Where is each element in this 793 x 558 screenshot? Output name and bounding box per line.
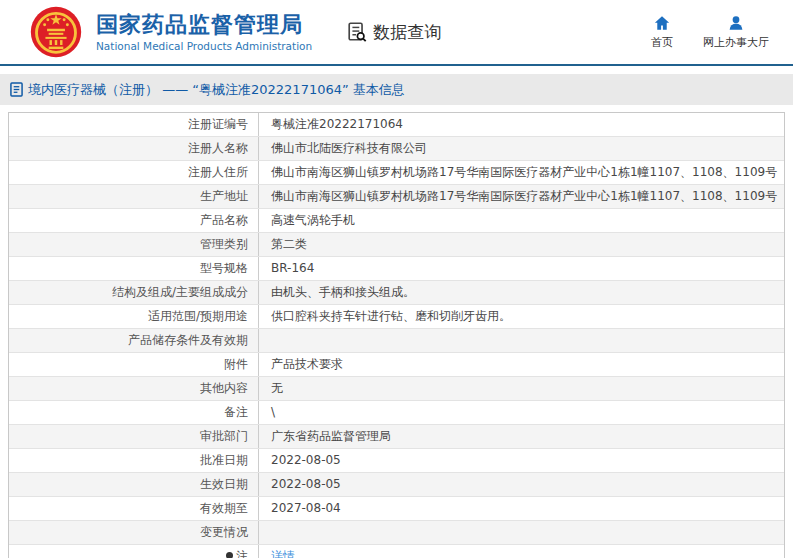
org-name-en: National Medical Products Administration (96, 40, 312, 52)
row-label: 结构及组成/主要组成成分 (9, 281, 259, 304)
info-table: 注册证编号粤械注准20222171064注册人名称佛山市北陆医疗科技有限公司注册… (8, 112, 785, 558)
row-value: 2022-08-05 (259, 449, 784, 472)
breadcrumb: 境内医疗器械（注册） —— “粤械注准20222171064” 基本信息 (0, 74, 793, 105)
row-value: 产品技术要求 (259, 353, 784, 376)
row-label: 有效期至 (9, 497, 259, 520)
row-label: 备注 (9, 401, 259, 424)
breadcrumb-text: 境内医疗器械（注册） —— “粤械注准20222171064” 基本信息 (28, 81, 405, 99)
table-row: 结构及组成/主要组成成分由机头、手柄和接头组成。 (9, 280, 784, 304)
row-value: 供口腔科夹持车针进行钻、磨和切削牙齿用。 (259, 305, 784, 328)
table-row: 审批部门广东省药品监督管理局 (9, 424, 784, 448)
row-label: 产品名称 (9, 209, 259, 232)
row-value: 由机头、手柄和接头组成。 (259, 281, 784, 304)
row-value: 详情 (259, 545, 784, 558)
row-value: 佛山市南海区狮山镇罗村机场路17号华南国际医疗器材产业中心1栋1幢1107、11… (259, 161, 784, 184)
row-value (259, 329, 784, 352)
row-label: 型号规格 (9, 257, 259, 280)
nav-item-service-hall[interactable]: 网上办事大厅 (703, 14, 769, 50)
row-value: 2022-08-05 (259, 473, 784, 496)
row-value (259, 521, 784, 544)
table-row: 注详情 (9, 544, 784, 558)
person-icon (727, 14, 745, 32)
brand-text: 国家药品监督管理局 National Medical Products Admi… (96, 12, 312, 51)
table-row: 有效期至2027-08-04 (9, 496, 784, 520)
row-value: BR-164 (259, 257, 784, 280)
data-query-button[interactable]: 数据查询 (346, 21, 441, 44)
row-value: 粤械注准20222171064 (259, 113, 784, 136)
table-row: 注册证编号粤械注准20222171064 (9, 113, 784, 136)
row-value: \ (259, 401, 784, 424)
row-value: 佛山市北陆医疗科技有限公司 (259, 137, 784, 160)
org-name: 国家药品监督管理局 (96, 12, 312, 37)
row-value: 广东省药品监督管理局 (259, 425, 784, 448)
row-label: 产品储存条件及有效期 (9, 329, 259, 352)
table-row: 附件产品技术要求 (9, 352, 784, 376)
row-label: 其他内容 (9, 377, 259, 400)
table-row: 生效日期2022-08-05 (9, 472, 784, 496)
row-value: 无 (259, 377, 784, 400)
row-label: 附件 (9, 353, 259, 376)
table-row: 产品储存条件及有效期 (9, 328, 784, 352)
header-nav: 首页 网上办事大厅 (651, 14, 769, 50)
table-row: 产品名称高速气涡轮手机 (9, 208, 784, 232)
bulb-icon (226, 552, 233, 558)
row-value: 2027-08-04 (259, 497, 784, 520)
row-label: 生效日期 (9, 473, 259, 496)
row-label: 管理类别 (9, 233, 259, 256)
row-label: 批准日期 (9, 449, 259, 472)
table-row: 生产地址佛山市南海区狮山镇罗村机场路17号华南国际医疗器材产业中心1栋1幢110… (9, 184, 784, 208)
row-label: 适用范围/预期用途 (9, 305, 259, 328)
row-label: 注册人住所 (9, 161, 259, 184)
brand: 国家药品监督管理局 National Medical Products Admi… (30, 6, 312, 58)
row-label: 注册人名称 (9, 137, 259, 160)
row-value: 佛山市南海区狮山镇罗村机场路17号华南国际医疗器材产业中心1栋1幢1107、11… (259, 185, 784, 208)
header: 国家药品监督管理局 National Medical Products Admi… (0, 0, 793, 66)
nav-label: 首页 (651, 35, 673, 50)
details-link[interactable]: 详情 (271, 549, 295, 558)
table-row: 型号规格BR-164 (9, 256, 784, 280)
nav-item-home[interactable]: 首页 (651, 14, 673, 50)
row-value: 高速气涡轮手机 (259, 209, 784, 232)
table-row: 管理类别第二类 (9, 232, 784, 256)
row-value: 第二类 (259, 233, 784, 256)
table-row: 其他内容无 (9, 376, 784, 400)
table-row: 适用范围/预期用途供口腔科夹持车针进行钻、磨和切削牙齿用。 (9, 304, 784, 328)
table-row: 备注\ (9, 400, 784, 424)
row-label: 注册证编号 (9, 113, 259, 136)
row-label: 变更情况 (9, 521, 259, 544)
table-row: 变更情况 (9, 520, 784, 544)
table-row: 注册人住所佛山市南海区狮山镇罗村机场路17号华南国际医疗器材产业中心1栋1幢11… (9, 160, 784, 184)
row-label: 生产地址 (9, 185, 259, 208)
document-icon (10, 82, 23, 97)
row-label: 审批部门 (9, 425, 259, 448)
row-label: 注 (9, 545, 259, 558)
document-search-icon (346, 21, 368, 43)
data-query-label: 数据查询 (373, 21, 441, 44)
table-row: 注册人名称佛山市北陆医疗科技有限公司 (9, 136, 784, 160)
national-emblem-icon (30, 6, 82, 58)
nav-label: 网上办事大厅 (703, 35, 769, 50)
table-row: 批准日期2022-08-05 (9, 448, 784, 472)
home-icon (653, 14, 671, 32)
